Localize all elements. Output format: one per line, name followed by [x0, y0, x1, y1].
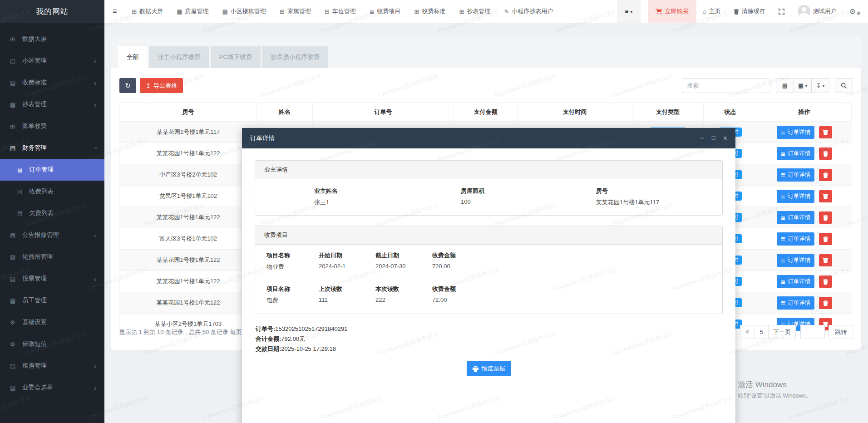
topnav-item[interactable]: ▤小区楼栋管理 — [216, 0, 273, 23]
topnav-item[interactable]: ⊞家属管理 — [273, 0, 318, 23]
sidebar-item[interactable]: ⚙基础设置 — [0, 311, 104, 333]
cell-actions: ≣订单详情 — [757, 186, 852, 207]
sidebar-item[interactable]: ▤业委会选举‹ — [0, 377, 104, 398]
home-button[interactable]: ⌂ 主页 — [696, 0, 727, 23]
topnav-item[interactable]: ✎小程序抄表用户 — [497, 0, 560, 23]
column-header[interactable]: 支付金额 — [454, 103, 518, 122]
modal-header[interactable]: 订单详情 ─ □ × — [242, 128, 735, 148]
delete-button[interactable] — [819, 169, 832, 181]
clear-cache-label: 清除缓存 — [742, 7, 765, 15]
preview-receipt-button[interactable]: 预览票据 — [467, 361, 511, 376]
column-header[interactable]: 支付类型 — [632, 103, 704, 122]
order-detail-button[interactable]: ≣订单详情 — [777, 296, 814, 310]
tab[interactable]: 业主小程序缴费 — [149, 46, 209, 68]
order-detail-button[interactable]: ≣订单详情 — [777, 126, 814, 139]
export-button[interactable]: ↥ 导出表格 — [140, 78, 183, 93]
fullscreen-button[interactable] — [772, 0, 791, 23]
buy-now-label: 立即购买 — [665, 7, 689, 15]
delete-button[interactable] — [819, 212, 832, 224]
topnav-item[interactable]: ⊞收费标准 — [408, 0, 453, 23]
tab[interactable]: 抄表员小程序收费 — [262, 46, 328, 68]
sidebar-item[interactable]: ▤员工管理 — [0, 290, 104, 311]
delete-button[interactable] — [819, 148, 832, 160]
detail-view-button[interactable]: ▤ — [776, 78, 794, 93]
sidebar-item[interactable]: ⊞数据大屏 — [0, 28, 104, 50]
table-toolbar: ↻ ↥ 导出表格 ▤ ▦▾ ↧▾ — [119, 78, 853, 93]
sidebar-item[interactable]: ⚙催缴短信 — [0, 333, 104, 355]
sidebar-item[interactable]: ⊞账单收费 — [0, 115, 104, 137]
trash-icon — [823, 193, 828, 199]
delete-button[interactable] — [819, 126, 832, 138]
order-detail-button[interactable]: ≣订单详情 — [777, 211, 814, 224]
sidebar-item[interactable]: ▤租房管理‹ — [0, 355, 104, 377]
delete-button[interactable] — [819, 297, 832, 309]
column-header[interactable]: 姓名 — [257, 103, 313, 122]
topnav-item[interactable]: ⊞数据大屏 — [125, 0, 170, 23]
maximize-icon[interactable]: □ — [712, 134, 715, 143]
cell-actions: ≣订单详情 — [757, 228, 852, 250]
topnav-item[interactable]: ▦房屋管理 — [170, 0, 215, 23]
delete-button[interactable] — [819, 190, 832, 202]
page-button[interactable]: 5 — [754, 325, 769, 339]
order-detail-button[interactable]: ≣订单详情 — [777, 168, 814, 182]
order-detail-button[interactable]: ≣订单详情 — [777, 147, 814, 160]
delete-button[interactable] — [819, 233, 832, 245]
refresh-icon: ↻ — [125, 82, 131, 90]
next-page-button[interactable]: 下一页 — [768, 325, 796, 339]
topnav-item[interactable]: ⊟车位管理 — [318, 0, 363, 23]
sidebar: 我的网站 ⊞数据大屏▤小区管理‹▤收费标准‹▤抄表管理‹⊞账单收费▤财务管理‹▤… — [0, 0, 104, 423]
column-header[interactable]: 操作 — [757, 103, 852, 122]
sidebar-item[interactable]: ▤公告报修管理‹ — [0, 224, 104, 246]
buy-now-button[interactable]: 立即购买 — [648, 0, 696, 23]
close-icon[interactable]: × — [723, 134, 727, 143]
user-menu[interactable]: 测试用户 — [791, 0, 843, 23]
page-button[interactable]: 4 — [740, 325, 755, 339]
topnav-item[interactable]: ⊞抄表管理 — [452, 0, 497, 23]
minimize-icon[interactable]: ─ — [700, 134, 704, 143]
tab[interactable]: 全部 — [118, 46, 148, 68]
cell-room: 某某花园1号楼1单元122 — [120, 292, 257, 314]
sidebar-item[interactable]: ▤收费标准‹ — [0, 72, 104, 93]
sidebar-item[interactable]: ▤财务管理‹ — [0, 137, 104, 159]
sidebar-item[interactable]: ▨轮播图管理 — [0, 246, 104, 268]
clear-cache-button[interactable]: 清除缓存 — [727, 0, 772, 23]
settings-button[interactable]: ⚙⚙ — [843, 0, 868, 23]
sidebar-item[interactable]: ▤投票管理‹ — [0, 268, 104, 290]
export-menu-button[interactable]: ↧▾ — [811, 78, 829, 93]
sidebar-item[interactable]: ▤小区管理‹ — [0, 50, 104, 72]
toolbar-right: ▤ ▦▾ ↧▾ — [682, 78, 853, 93]
search-input[interactable] — [682, 78, 770, 93]
chevron-down-icon: ‹ — [91, 147, 99, 149]
sidebar-subitem[interactable]: ▤收费列表 — [0, 181, 104, 202]
table-tools: ▤ ▦▾ ↧▾ — [776, 78, 829, 93]
column-header[interactable]: 房号 — [120, 103, 257, 122]
order-detail-button[interactable]: ≣订单详情 — [777, 275, 814, 288]
fee-field: 收费金额72.00 — [432, 285, 722, 305]
column-header[interactable]: 状态 — [704, 103, 757, 122]
jump-page-input[interactable] — [800, 325, 825, 339]
search-button[interactable] — [835, 78, 853, 93]
delete-button[interactable] — [819, 254, 832, 266]
refresh-button[interactable]: ↻ — [119, 78, 136, 93]
delete-button[interactable] — [819, 275, 832, 288]
order-detail-button[interactable]: ≣订单详情 — [777, 190, 814, 203]
column-header[interactable]: 订单号 — [313, 103, 454, 122]
cell-actions: ≣订单详情 — [757, 122, 852, 143]
trash-icon — [823, 129, 828, 135]
upload-icon: ↥ — [146, 82, 151, 89]
tab[interactable]: PC线下收费 — [211, 46, 261, 68]
sidebar-item[interactable]: ▤抄表管理‹ — [0, 93, 104, 115]
trash-icon — [823, 151, 828, 157]
jump-button[interactable]: 跳转 — [829, 325, 853, 339]
sidebar-subitem[interactable]: ▤订单管理 — [0, 159, 104, 181]
sidebar-subitem[interactable]: ▤欠费列表 — [0, 202, 104, 224]
column-header[interactable]: 支付时间 — [518, 103, 632, 122]
topnav-item[interactable]: ≣收费项目 — [363, 0, 408, 23]
list-icon: ▤ — [10, 384, 22, 391]
order-detail-button[interactable]: ≣订单详情 — [777, 254, 814, 267]
topnav-menu-dropdown[interactable]: ≡▾ — [617, 0, 641, 23]
columns-button[interactable]: ▦▾ — [794, 78, 812, 93]
sidebar-toggle-button[interactable]: ≡ — [104, 0, 125, 23]
fee-field: 项目名称电费 — [266, 285, 319, 305]
order-detail-button[interactable]: ≣订单详情 — [777, 232, 814, 246]
